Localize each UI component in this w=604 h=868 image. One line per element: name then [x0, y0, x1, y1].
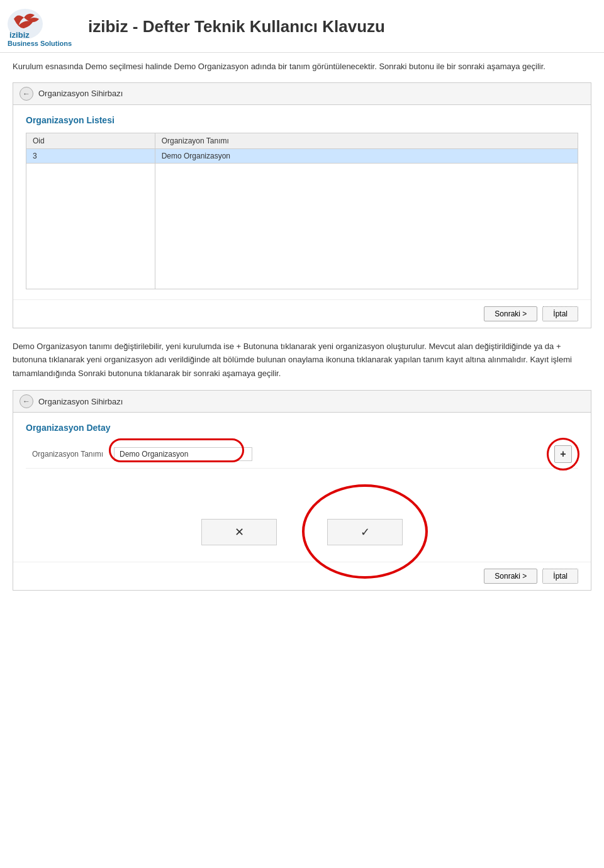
add-organization-button[interactable]: +	[554, 445, 572, 463]
cell-tanim: Demo Organizasyon	[155, 148, 578, 163]
wizard-2-back-button[interactable]: ←	[20, 394, 33, 408]
org-list-title: Organizasyon Listesi	[26, 115, 578, 125]
business-solutions-label: Business Solutions	[8, 40, 72, 47]
org-detail-row: Organizasyon Tanımı Demo Organizasyon +	[26, 440, 578, 469]
org-table: Oid Organizayon Tanımı 3 Demo Organizasy…	[26, 133, 578, 289]
wizard-box-1: ← Organizasyon Sihirbazı Organizasyon Li…	[13, 82, 591, 328]
wizard-2-header: ← Organizasyon Sihirbazı	[13, 391, 591, 413]
wizard-1-cancel-button[interactable]: İptal	[542, 306, 578, 321]
col-oid: Oid	[26, 133, 155, 148]
wizard-2-title: Organizasyon Sihirbazı	[38, 397, 123, 406]
table-empty-row-1	[26, 163, 578, 289]
org-detail-title: Organizasyon Detay	[26, 423, 578, 433]
wizard-box-2: ← Organizasyon Sihirbazı Organizasyon De…	[13, 390, 591, 591]
svg-text:izibiz: izibiz	[9, 30, 30, 40]
cancel-action-button[interactable]: ✕	[201, 519, 277, 545]
col-tanim: Organizayon Tanımı	[155, 133, 578, 148]
intro-text: Kurulum esnasında Demo seçilmesi halinde…	[13, 60, 591, 74]
logo-icon: izibiz	[6, 6, 76, 41]
wizard-1-header: ← Organizasyon Sihirbazı	[13, 83, 591, 105]
wizard-2-footer: Sonraki > İptal	[13, 562, 591, 590]
main-content: Kurulum esnasında Demo seçilmesi halinde…	[0, 53, 604, 609]
wizard-1-back-button[interactable]: ←	[20, 87, 33, 101]
body-text-2: Demo Organizasyon tanımı değiştirilebili…	[13, 340, 591, 380]
confirm-action-button[interactable]: ✓	[327, 519, 403, 545]
action-buttons-row: ✕ ✓	[26, 506, 578, 552]
wizard-2-next-button[interactable]: Sonraki >	[484, 569, 537, 584]
org-field-label: Organizasyon Tanımı	[32, 450, 108, 459]
wizard-1-body: Organizasyon Listesi Oid Organizayon Tan…	[13, 105, 591, 299]
wizard-1-title: Organizasyon Sihirbazı	[38, 89, 123, 98]
wizard-2-body: Organizasyon Detay Organizasyon Tanımı D…	[13, 413, 591, 562]
wizard-body-spacer	[26, 469, 578, 506]
wizard-1-next-button[interactable]: Sonraki >	[484, 306, 537, 321]
wizard-2-cancel-button[interactable]: İptal	[542, 569, 578, 584]
page-header: izibiz Business Solutions izibiz - Defte…	[0, 0, 604, 53]
wizard-1-footer: Sonraki > İptal	[13, 299, 591, 328]
add-button-wrapper: +	[554, 445, 572, 463]
logo-area: izibiz Business Solutions	[6, 6, 76, 47]
org-field-value[interactable]: Demo Organizasyon	[114, 447, 252, 461]
table-row[interactable]: 3 Demo Organizasyon	[26, 148, 578, 163]
cell-oid: 3	[26, 148, 155, 163]
page-title: izibiz - Defter Teknik Kullanıcı Klavuzu	[88, 17, 385, 36]
confirm-button-wrapper: ✓	[327, 519, 403, 545]
org-field-wrapper: Demo Organizasyon	[114, 447, 252, 461]
